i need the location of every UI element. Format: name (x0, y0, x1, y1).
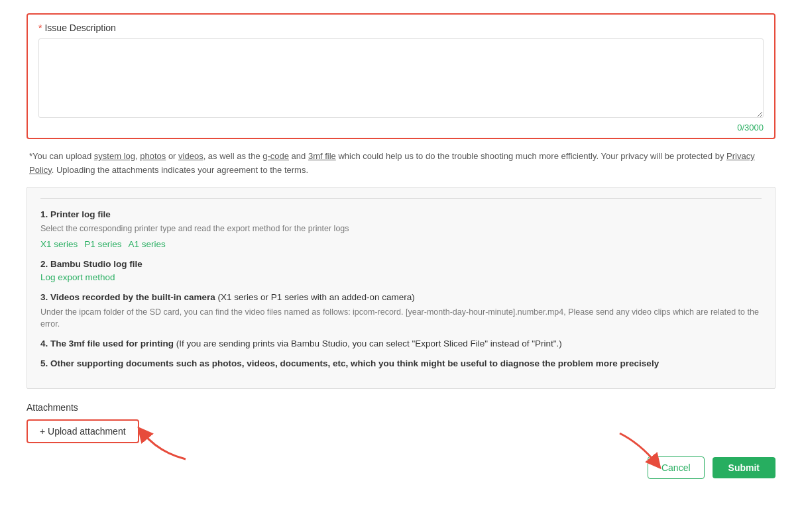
printer-log-sub: Select the corresponding printer type an… (40, 223, 762, 235)
video-sub: Under the ipcam folder of the SD card, y… (40, 306, 762, 331)
info-note-paragraph: *You can upload system log, photos or vi… (27, 150, 775, 178)
info-note-end: which could help us to do the trouble sh… (336, 151, 726, 161)
p1-series-link[interactable]: P1 series (84, 238, 121, 251)
or-text: or (166, 151, 178, 161)
issue-description-label: * Issue Description (38, 23, 764, 33)
bambu-log-link[interactable]: Log export method (40, 272, 115, 282)
gcode-link[interactable]: g-code (262, 151, 289, 161)
and-text: and (289, 151, 308, 161)
info-section: 1. Printer log file Select the correspon… (27, 187, 775, 389)
threemf-suffix: (If you are sending prints via Bambu Stu… (174, 339, 562, 348)
issue-description-input[interactable] (38, 38, 764, 118)
page-wrapper: * Issue Description 0/3000 *You can uplo… (27, 13, 775, 479)
info-note-text-1: *You can upload (29, 151, 94, 161)
threemf-link[interactable]: 3mf file (308, 151, 336, 161)
a1-series-link[interactable]: A1 series (129, 238, 166, 251)
attachments-section: Attachments + Upload attachment (27, 402, 775, 443)
system-log-link[interactable]: system log (94, 151, 135, 161)
x1-series-link[interactable]: X1 series (40, 238, 78, 251)
list-item-4: 4. The 3mf file used for printing (If yo… (40, 337, 762, 350)
info-note-middle: , as well as the (203, 151, 263, 161)
printer-log-title: 1. Printer log file (40, 209, 111, 219)
list-item-3: 3. Videos recorded by the built-in camer… (40, 291, 762, 331)
video-title-bold: 3. Videos recorded by the built-in camer… (40, 292, 215, 302)
footer-row: Cancel Submit (27, 456, 775, 479)
issue-label-text: Issue Description (44, 23, 115, 33)
videos-link[interactable]: videos (178, 151, 203, 161)
required-star: * (38, 23, 42, 33)
upload-attachment-button[interactable]: + Upload attachment (27, 419, 139, 443)
photos-link[interactable]: photos (140, 151, 166, 161)
char-count: 0/3000 (38, 123, 764, 133)
divider (40, 198, 762, 199)
list-item-5: 5. Other supporting documents such as ph… (40, 357, 762, 370)
threemf-title-bold: 4. The 3mf file used for printing (40, 339, 174, 348)
video-title-suffix: (X1 series or P1 series with an added-on… (215, 292, 415, 302)
upload-area: + Upload attachment (27, 419, 139, 443)
attachments-label: Attachments (27, 402, 775, 413)
printer-series-links: X1 series P1 series A1 series (40, 238, 762, 251)
list-item-2: 2. Bambu Studio log file Log export meth… (40, 258, 762, 285)
bambu-title: 2. Bambu Studio log file (40, 259, 143, 269)
info-note-final: . Uploading the attachments indicates yo… (52, 165, 308, 175)
info-list: 1. Printer log file Select the correspon… (40, 208, 762, 371)
submit-button[interactable]: Submit (713, 457, 775, 478)
other-title: 5. Other supporting documents such as ph… (40, 358, 659, 368)
list-item-1: 1. Printer log file Select the correspon… (40, 208, 762, 251)
issue-description-section: * Issue Description 0/3000 (27, 13, 775, 139)
cancel-button[interactable]: Cancel (648, 456, 705, 479)
